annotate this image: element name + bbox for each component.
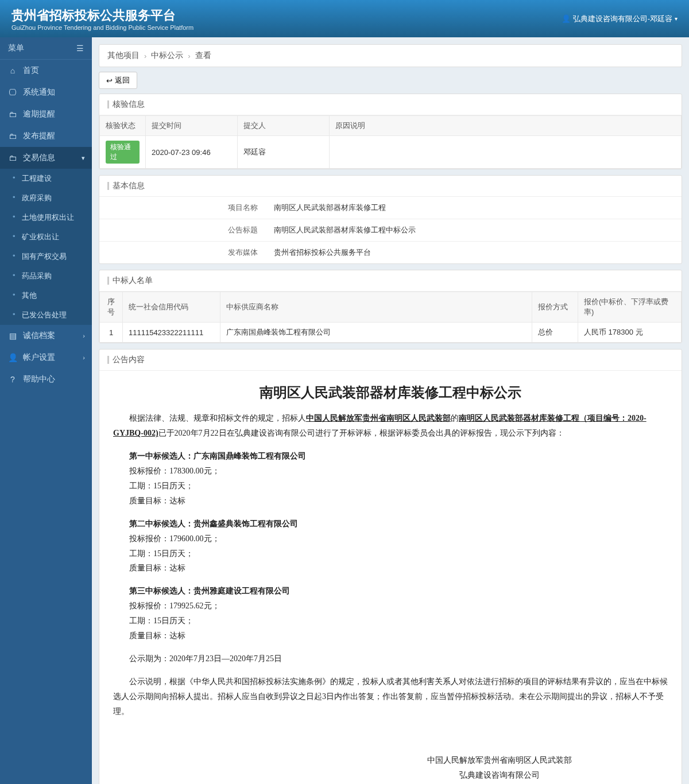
- folder-icon: 🗀: [8, 153, 17, 162]
- nav-trade[interactable]: 🗀交易信息▾: [0, 147, 92, 169]
- announcement-body: 南明区人民武装部器材库装修工程中标公示 根据法律、法规、规章和招标文件的规定，招…: [99, 371, 682, 784]
- nav-notice[interactable]: 🖵系统通知: [0, 81, 92, 103]
- return-icon: ↩: [106, 76, 113, 85]
- sub-published[interactable]: 已发公告处理: [0, 305, 92, 325]
- menu-toggle-icon[interactable]: ☰: [76, 44, 84, 53]
- candidate-1: 第一中标候选人：广东南国鼎峰装饰工程有限公司 投标报价：178300.00元； …: [113, 449, 668, 509]
- sub-construction[interactable]: 工程建设: [0, 169, 92, 188]
- verify-table: 核验状态 提交时间 提交人 原因说明 核验通过 2020-07-23 09:46…: [99, 115, 682, 169]
- monitor-icon: 🖵: [8, 88, 17, 97]
- crumb-3[interactable]: 查看: [195, 51, 211, 61]
- folder-icon: 🗀: [8, 131, 17, 141]
- submenu-trade: 工程建设 政府采购 土地使用权出让 矿业权出让 国有产权交易 药品采购 其他 已…: [0, 169, 92, 325]
- app-header: 贵州省招标投标公共服务平台 GuiZhou Province Tendering…: [0, 0, 689, 37]
- sub-mining[interactable]: 矿业权出让: [0, 227, 92, 247]
- chevron-right-icon: ›: [83, 354, 85, 361]
- sub-state[interactable]: 国有产权交易: [0, 247, 92, 266]
- user-icon: 👤: [562, 14, 571, 23]
- nav-home[interactable]: ⌂首页: [0, 60, 92, 81]
- user-icon: 👤: [8, 353, 17, 362]
- nav-credit[interactable]: ▤诚信档案›: [0, 325, 92, 347]
- nav-account[interactable]: 👤帐户设置›: [0, 347, 92, 368]
- info-row: 公告标题南明区人民武装部器材库装修工程中标公示: [99, 219, 682, 242]
- app-subtitle: GuiZhou Province Tendering and Bidding P…: [11, 24, 193, 31]
- home-icon: ⌂: [8, 66, 17, 75]
- crumb-1[interactable]: 其他项目: [107, 51, 140, 61]
- chevron-right-icon: ›: [83, 332, 85, 339]
- sidebar: 菜单 ☰ ⌂首页 🖵系统通知 🗀逾期提醒 🗀发布提醒 🗀交易信息▾ 工程建设 政…: [0, 37, 92, 784]
- folder-icon: 🗀: [8, 110, 17, 119]
- chevron-down-icon: ▾: [82, 154, 85, 162]
- list-icon: ▤: [8, 331, 17, 340]
- sub-other[interactable]: 其他: [0, 286, 92, 305]
- panel-basic: 基本信息 项目名称南明区人民武装部器材库装修工程 公告标题南明区人民武装部器材库…: [99, 175, 682, 264]
- crumb-2[interactable]: 中标公示: [151, 51, 183, 61]
- menu-label: 菜单: [8, 43, 24, 53]
- info-row: 发布媒体贵州省招标投标公共服务平台: [99, 242, 682, 263]
- panel-content-title: 公告内容: [99, 350, 682, 371]
- winners-table: 序号 统一社会信用代码 中标供应商名称 报价方式 报价(中标价、下浮率或费率) …: [99, 292, 682, 343]
- nav-help[interactable]: ?帮助中心: [0, 368, 92, 390]
- panel-basic-title: 基本信息: [99, 176, 682, 197]
- main-content: 其他项目 › 中标公示 › 查看 ↩ 返回 核验信息 核验状态 提交时间 提交人…: [92, 37, 689, 784]
- sub-gov[interactable]: 政府采购: [0, 188, 92, 208]
- chevron-right-icon: ›: [144, 52, 146, 60]
- panel-content: 公告内容 南明区人民武装部器材库装修工程中标公示 根据法律、法规、规章和招标文件…: [99, 349, 682, 784]
- user-menu[interactable]: 👤 弘典建设咨询有限公司-邓廷容 ▾: [562, 14, 678, 24]
- signature: 中国人民解放军贵州省南明区人民武装部 弘典建设咨询有限公司 2020年7月23日: [331, 753, 668, 784]
- breadcrumb: 其他项目 › 中标公示 › 查看: [99, 44, 682, 67]
- panel-verify: 核验信息 核验状态 提交时间 提交人 原因说明 核验通过 2020-07-23 …: [99, 94, 682, 169]
- publicity-period: 公示期为：2020年7月23日—2020年7月25日: [113, 651, 668, 666]
- panel-winners-title: 中标人名单: [99, 270, 682, 292]
- candidate-2: 第二中标候选人：贵州鑫盛典装饰工程有限公司 投标报价：179600.00元； 工…: [113, 517, 668, 576]
- panel-winners: 中标人名单 序号 统一社会信用代码 中标供应商名称 报价方式 报价(中标价、下浮…: [99, 270, 682, 343]
- table-row: 核验通过 2020-07-23 09:46 邓廷容: [100, 136, 682, 169]
- info-row: 项目名称南明区人民武装部器材库装修工程: [99, 197, 682, 219]
- sub-drug[interactable]: 药品采购: [0, 266, 92, 286]
- sub-land[interactable]: 土地使用权出让: [0, 208, 92, 227]
- nav-publish[interactable]: 🗀发布提醒: [0, 125, 92, 147]
- panel-verify-title: 核验信息: [99, 94, 682, 115]
- nav-overdue[interactable]: 🗀逾期提醒: [0, 103, 92, 125]
- status-badge: 核验通过: [106, 141, 140, 164]
- publicity-note: 公示说明，根据《中华人民共和国招标投标法实施条例》的规定，投标人或者其他利害关系…: [113, 674, 668, 719]
- announce-intro: 根据法律、法规、规章和招标文件的规定，招标人中国人民解放军贵州省南明区人民武装部…: [113, 411, 668, 441]
- back-button[interactable]: ↩ 返回: [99, 72, 137, 89]
- announce-heading: 南明区人民武装部器材库装修工程中标公示: [113, 380, 668, 405]
- help-icon: ?: [8, 375, 17, 384]
- chevron-right-icon: ›: [188, 52, 190, 60]
- table-row: 1 111115423322211111 广东南国鼎峰装饰工程有限公司 总价 人…: [100, 323, 682, 343]
- caret-down-icon: ▾: [675, 15, 678, 22]
- candidate-3: 第三中标候选人：贵州雅庭建设工程有限公司 投标报价：179925.62元； 工期…: [113, 584, 668, 643]
- app-title: 贵州省招标投标公共服务平台: [11, 7, 193, 24]
